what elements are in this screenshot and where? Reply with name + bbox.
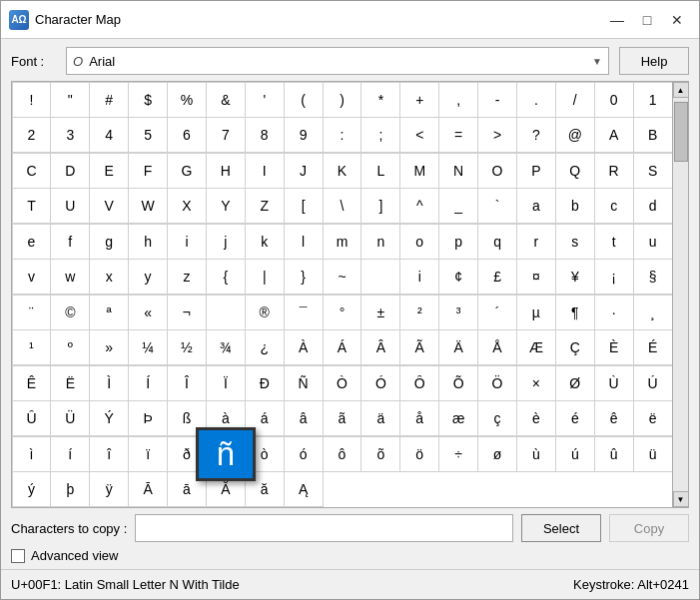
char-cell[interactable]: $	[128, 82, 168, 118]
char-cell[interactable]: ö	[399, 436, 439, 472]
char-cell[interactable]: Y	[206, 188, 246, 224]
char-cell[interactable]: ø	[477, 436, 517, 472]
char-cell[interactable]: T	[12, 188, 51, 224]
char-cell[interactable]: Ò	[323, 365, 362, 401]
char-cell[interactable]: ¶	[555, 295, 595, 330]
char-cell[interactable]: ®	[245, 295, 285, 330]
char-cell[interactable]: V	[89, 188, 129, 224]
char-cell[interactable]: ²	[399, 295, 439, 330]
char-cell[interactable]: |	[245, 259, 285, 295]
char-cell[interactable]: ù	[516, 436, 556, 472]
char-cell[interactable]: 3	[50, 117, 90, 153]
char-cell[interactable]: g	[89, 224, 129, 260]
char-cell[interactable]: p	[438, 224, 478, 260]
char-cell[interactable]: h	[128, 224, 168, 260]
maximize-button[interactable]: □	[633, 7, 661, 33]
char-cell[interactable]: m	[323, 224, 362, 260]
char-cell[interactable]: O	[477, 153, 517, 189]
char-cell[interactable]: I	[245, 153, 285, 189]
char-cell[interactable]: N	[438, 153, 478, 189]
char-cell[interactable]: Ë	[50, 365, 90, 401]
char-cell[interactable]: ³	[438, 295, 478, 330]
char-cell[interactable]: Ð	[245, 365, 285, 401]
char-cell[interactable]: ã	[323, 400, 362, 436]
char-cell[interactable]: d	[633, 188, 672, 224]
char-cell[interactable]: ä	[360, 400, 400, 436]
char-cell[interactable]: w	[50, 259, 90, 295]
char-cell[interactable]: ]	[360, 188, 400, 224]
char-cell[interactable]: C	[12, 153, 51, 189]
char-cell[interactable]: Ï	[206, 365, 246, 401]
char-cell[interactable]: +	[399, 82, 439, 118]
char-cell[interactable]: J	[284, 153, 324, 189]
char-cell[interactable]: D	[50, 153, 90, 189]
char-cell[interactable]: É	[633, 329, 672, 365]
char-cell[interactable]: q	[477, 224, 517, 260]
char-cell[interactable]: .	[516, 82, 556, 118]
char-cell[interactable]: &	[206, 82, 246, 118]
char-cell[interactable]: ç	[477, 400, 517, 436]
scrollbar[interactable]: ▲ ▼	[672, 82, 688, 507]
char-cell[interactable]: ;	[360, 117, 400, 153]
char-cell[interactable]: Í	[128, 365, 168, 401]
char-cell[interactable]: `	[477, 188, 517, 224]
scroll-up-button[interactable]: ▲	[673, 82, 689, 98]
copy-button[interactable]: Copy	[609, 514, 689, 542]
char-cell[interactable]: ¿	[245, 329, 285, 365]
char-cell[interactable]: û	[594, 436, 634, 472]
char-cell[interactable]: H	[206, 153, 246, 189]
char-cell[interactable]: þ	[50, 471, 90, 507]
char-cell[interactable]: 0	[594, 82, 634, 118]
scroll-thumb[interactable]	[674, 102, 688, 162]
char-cell[interactable]: Æ	[516, 329, 556, 365]
select-button[interactable]: Select	[521, 514, 601, 542]
char-cell[interactable]: Ê	[12, 365, 51, 401]
char-cell[interactable]: M	[399, 153, 439, 189]
char-cell[interactable]: 4	[89, 117, 129, 153]
char-cell[interactable]: 7	[206, 117, 246, 153]
char-cell[interactable]: v	[12, 259, 51, 295]
char-cell[interactable]: Ä	[438, 329, 478, 365]
char-cell[interactable]: â	[284, 400, 324, 436]
char-cell[interactable]: W	[128, 188, 168, 224]
char-cell[interactable]: (	[284, 82, 324, 118]
char-cell[interactable]: Z	[245, 188, 285, 224]
char-cell[interactable]: {	[206, 259, 246, 295]
char-cell[interactable]: t	[594, 224, 634, 260]
char-cell[interactable]: \	[323, 188, 362, 224]
char-cell[interactable]: Á	[323, 329, 362, 365]
char-cell[interactable]: õ	[360, 436, 400, 472]
char-cell[interactable]: x	[89, 259, 129, 295]
char-cell[interactable]: ¢	[438, 259, 478, 295]
char-cell[interactable]: °	[323, 295, 362, 330]
char-cell[interactable]: Þ	[128, 400, 168, 436]
char-cell[interactable]: Õ	[438, 365, 478, 401]
char-cell[interactable]: r	[516, 224, 556, 260]
char-cell[interactable]: o	[399, 224, 439, 260]
char-cell[interactable]: Ó	[360, 365, 400, 401]
char-cell[interactable]: º	[50, 329, 90, 365]
char-cell[interactable]: 1	[633, 82, 672, 118]
char-cell[interactable]: ~	[323, 259, 362, 295]
char-cell[interactable]: B	[633, 117, 672, 153]
char-cell[interactable]: Ú	[633, 365, 672, 401]
char-cell[interactable]: e	[12, 224, 51, 260]
char-cell[interactable]: ô	[323, 436, 362, 472]
char-cell[interactable]: £	[477, 259, 517, 295]
char-cell[interactable]: ¡	[594, 259, 634, 295]
char-cell[interactable]: Ù	[594, 365, 634, 401]
char-cell[interactable]: A	[594, 117, 634, 153]
char-cell[interactable]: »	[89, 329, 129, 365]
char-cell[interactable]: /	[555, 82, 595, 118]
char-cell[interactable]: Å	[477, 329, 517, 365]
char-cell[interactable]: K	[323, 153, 362, 189]
char-cell[interactable]: ¯	[284, 295, 324, 330]
char-cell[interactable]: z	[167, 259, 207, 295]
char-cell[interactable]: ·	[594, 295, 634, 330]
char-cell[interactable]: æ	[438, 400, 478, 436]
char-cell[interactable]: )	[323, 82, 362, 118]
char-cell[interactable]: }	[284, 259, 324, 295]
char-cell[interactable]: ¼	[128, 329, 168, 365]
char-cell[interactable]: Ì	[89, 365, 129, 401]
char-cell[interactable]: ÿ	[89, 471, 129, 507]
